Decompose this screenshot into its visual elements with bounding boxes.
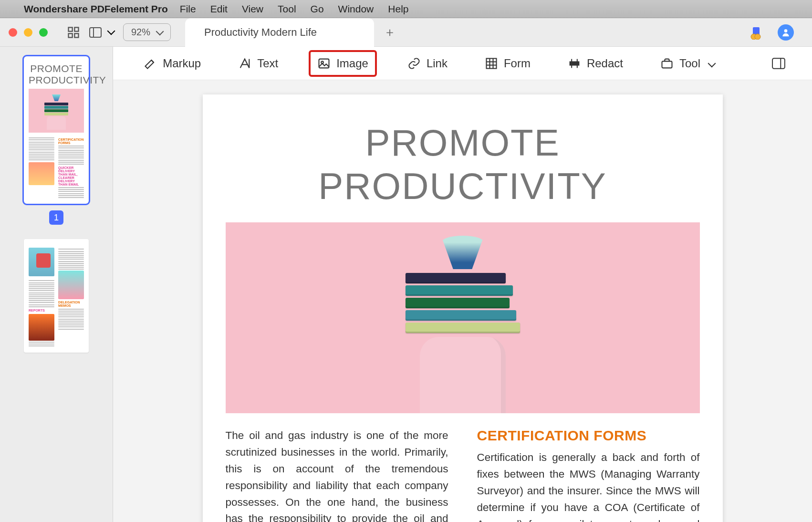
thumb-image [29,314,54,341]
svg-rect-2 [69,33,73,37]
thumbnails-grid-icon[interactable] [67,26,80,39]
zoom-level-dropdown[interactable]: 92% [123,23,171,41]
sidebar-view-mode-dropdown[interactable] [85,25,118,40]
text-icon [238,57,251,70]
thumb-hero-image [29,89,84,133]
macos-menubar: Wondershare PDFelement Pro File Edit Vie… [0,0,812,18]
image-icon [317,57,331,70]
document-tab[interactable]: Productivity Modern Life [185,18,374,47]
content-area: Markup Text Image Link Form Redact [113,47,812,522]
menubar-app-name[interactable]: Wondershare PDFelement Pro [24,3,168,15]
pdf-page[interactable]: PROMOTE PRODUCTIVITY [203,94,723,522]
svg-point-9 [784,29,788,32]
text-label: Text [257,57,278,70]
menubar-tool[interactable]: Tool [278,3,296,15]
chevron-down-icon [706,57,715,70]
menubar-window[interactable]: Window [338,3,374,15]
document-body-text-left: The oil and gas industry is one of the m… [226,428,448,522]
zoom-level-value: 92% [131,27,150,38]
thumb-image [58,271,84,299]
svg-rect-1 [74,27,78,31]
svg-rect-4 [90,28,101,37]
tool-dropdown-button[interactable]: Tool [654,52,721,75]
page-thumbnail-1[interactable]: PROMOTE PRODUCTIVITY [24,56,89,204]
redact-icon [568,57,581,70]
document-tabbar: Productivity Modern Life ＋ [185,18,739,47]
page-thumbnail-2[interactable]: REPORTS DELEGATION MEMOS [24,239,89,352]
chevron-down-icon [105,28,114,37]
purchase-icon[interactable] [749,26,763,39]
thumbnails-sidebar[interactable]: PROMOTE PRODUCTIVITY [0,47,113,522]
svg-rect-12 [319,59,329,68]
chevron-down-icon [154,27,163,38]
thumb-heading: QUICKER DELIVERY THAN MAIL, CLEARER DELI… [58,166,84,186]
document-section-heading: CERTIFICATION FORMS [477,428,700,444]
svg-rect-21 [772,58,785,69]
editor-toolbar: Markup Text Image Link Form Redact [113,47,812,80]
svg-rect-3 [74,33,78,37]
traffic-lights [9,28,48,37]
svg-rect-14 [486,58,496,68]
redact-label: Redact [587,57,623,70]
svg-rect-20 [662,61,672,68]
image-label: Image [336,57,368,70]
document-hero-image [226,222,700,413]
link-label: Link [427,57,448,70]
link-tool-button[interactable]: Link [401,52,454,75]
markup-label: Markup [163,57,201,70]
tool-label: Tool [679,57,700,70]
menubar-file[interactable]: File [180,3,196,15]
fullscreen-window-button[interactable] [39,28,48,37]
page-number-badge: 1 [49,210,63,225]
toolbox-icon [660,57,674,70]
document-body-text-right: Certification is generally a back and fo… [477,449,700,522]
properties-panel-toggle[interactable] [769,54,788,73]
thumb-heading: DELEGATION MEMOS [58,301,84,307]
minimize-window-button[interactable] [24,28,32,37]
text-tool-button[interactable]: Text [231,52,285,75]
menubar-edit[interactable]: Edit [210,3,228,15]
add-tab-button[interactable]: ＋ [374,18,406,47]
titlebar-right-controls [739,24,803,41]
form-label: Form [504,57,531,70]
document-title: PROMOTE PRODUCTIVITY [226,121,700,208]
thumb-image [29,248,54,276]
svg-point-8 [755,34,760,40]
menubar-go[interactable]: Go [311,3,324,15]
menubar-view[interactable]: View [242,3,263,15]
menubar-help[interactable]: Help [388,3,408,15]
markup-tool-button[interactable]: Markup [137,52,208,75]
close-window-button[interactable] [9,28,17,37]
page-canvas[interactable]: PROMOTE PRODUCTIVITY [113,80,812,522]
highlighter-icon [144,57,157,70]
thumb-title: PROMOTE PRODUCTIVITY [29,63,84,86]
thumb-image [29,162,54,185]
document-tab-title: Productivity Modern Life [204,26,317,39]
thumb-heading: REPORTS [29,309,54,312]
form-icon [485,57,498,70]
svg-rect-0 [69,27,73,31]
form-tool-button[interactable]: Form [478,52,537,75]
panel-right-icon [772,57,785,70]
user-avatar[interactable] [778,24,794,41]
thumb-heading: CERTIFICATION FORMS [58,138,84,145]
link-icon [407,57,421,70]
window-titlebar: 92% Productivity Modern Life ＋ [0,18,812,47]
main-area: PROMOTE PRODUCTIVITY [0,47,812,522]
svg-rect-19 [570,62,579,65]
image-tool-button[interactable]: Image [309,50,377,77]
redact-tool-button[interactable]: Redact [561,52,630,75]
